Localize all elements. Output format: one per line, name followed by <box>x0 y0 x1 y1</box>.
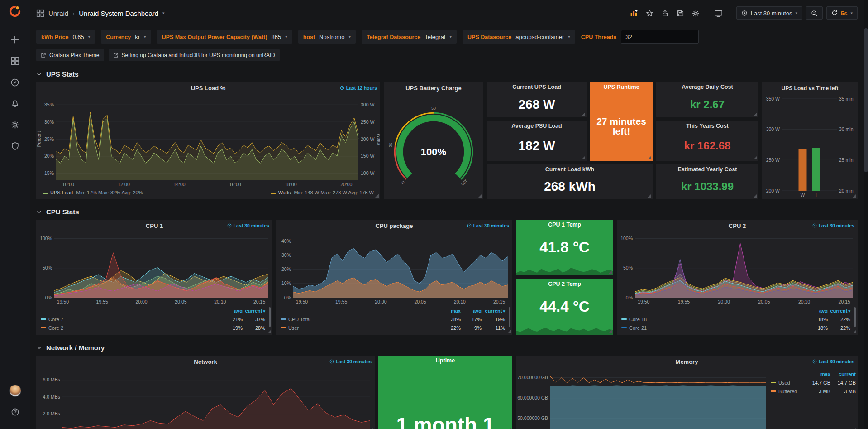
legend-col-max[interactable]: max <box>440 308 461 313</box>
help-icon[interactable] <box>5 401 24 423</box>
legend-swatch[interactable] <box>281 327 286 328</box>
dashboard-settings-button[interactable] <box>689 7 703 19</box>
variable-value[interactable]: apcupsd-container <box>515 34 564 40</box>
cpu-package-graph[interactable]: 40%30%20%10%0%19:5019:5520:0020:0520:102… <box>276 232 512 306</box>
legend-row[interactable]: Core 18 18% 22% <box>621 315 850 323</box>
panel-title[interactable]: CPU 1 Temp <box>548 222 581 228</box>
legend-row[interactable]: Core 21 18% 22% <box>621 323 850 332</box>
battery-gauge[interactable]: 02050100100% <box>384 94 483 199</box>
legend-series-name[interactable]: Buffered <box>771 389 805 394</box>
section-network-memory[interactable]: Network / Memory <box>36 339 858 356</box>
legend-swatch[interactable] <box>621 327 627 328</box>
chevron-down-icon[interactable]: ▾ <box>850 11 853 15</box>
legend-col-max[interactable]: max <box>805 371 830 377</box>
legend-series-name[interactable]: CPU Total <box>281 317 440 322</box>
variable-telegraf-datasource[interactable]: Telegraf Datasource Telegraf ▾ <box>362 30 457 44</box>
star-dashboard-button[interactable] <box>643 7 657 19</box>
legend-row[interactable]: Core 2 19% 28% <box>41 323 265 332</box>
legend-col-avg[interactable]: avg <box>805 308 828 313</box>
legend-col-current[interactable]: current▾ <box>482 308 505 313</box>
legend-swatch[interactable] <box>771 382 776 383</box>
configuration-gear-icon[interactable] <box>5 114 24 135</box>
section-ups-stats[interactable]: UPS Stats <box>36 66 858 82</box>
ups-load-graph[interactable]: 35%300 W30%250 W25%200 W20%150 W15%100 W… <box>36 94 380 188</box>
cpu1-graph[interactable]: 100%50%0%19:5019:5520:0020:0520:1020:15 <box>36 232 272 306</box>
legend-swatch[interactable] <box>41 327 46 328</box>
legend-series-name[interactable]: Used <box>771 380 805 386</box>
legend-scrollbar[interactable] <box>854 307 856 327</box>
ups-load-time-bars[interactable]: 350 W35 min300 W30 min250 W25 min200 W20… <box>762 94 858 199</box>
legend-series-name[interactable]: User <box>281 325 440 331</box>
cpu-threads-input[interactable] <box>621 30 699 44</box>
section-cpu-stats[interactable]: CPU Stats <box>36 203 858 220</box>
legend-row[interactable]: CPU Total 38% 17% 19% <box>281 315 505 323</box>
page-scrollbar-thumb[interactable] <box>864 28 868 172</box>
panel-title[interactable]: Estimated Yearly Cost <box>677 166 737 173</box>
legend-series-name[interactable]: UPS Load <box>50 190 73 195</box>
legend-row[interactable]: Buffered 3 MB 3 MB <box>771 387 856 395</box>
page-scrollbar[interactable] <box>864 0 868 429</box>
panel-title[interactable]: Network <box>194 358 217 365</box>
dashboards-icon[interactable] <box>5 50 24 72</box>
memory-graph[interactable]: 70.000000 GB60.000000 GB50.000000 GB <box>516 368 771 429</box>
panel-title[interactable]: UPS Load vs Time left <box>782 85 839 92</box>
variable-value[interactable]: 865 <box>271 34 281 40</box>
legend-series-name[interactable]: Core 21 <box>621 325 805 331</box>
variable-value[interactable]: Telegraf <box>424 34 445 40</box>
refresh-interval-label[interactable]: 5s <box>841 10 847 17</box>
create-icon[interactable] <box>5 29 24 50</box>
legend-scrollbar[interactable] <box>269 307 271 327</box>
panel-title[interactable]: CPU 2 <box>729 222 746 229</box>
legend-swatch[interactable] <box>271 193 276 194</box>
legend-scrollbar[interactable] <box>509 307 510 327</box>
legend-col-current[interactable]: current <box>830 371 856 377</box>
panel-title[interactable]: CPU 1 <box>146 222 163 229</box>
tv-mode-button[interactable] <box>711 7 726 20</box>
panel-title[interactable]: UPS Load % <box>191 85 226 92</box>
legend-col-current[interactable]: current▾ <box>828 308 850 313</box>
variable-currency[interactable]: Currency kr ▾ <box>101 30 151 44</box>
legend-swatch[interactable] <box>771 390 776 392</box>
breadcrumb-dashboard-title[interactable]: Unraid System Dashboard <box>79 10 158 17</box>
legend-col-current[interactable]: current▾ <box>243 308 265 313</box>
grafana-logo[interactable] <box>8 5 22 18</box>
legend-series-name[interactable]: Core 7 <box>41 317 220 322</box>
variable-host[interactable]: host Nostromo ▾ <box>298 30 356 44</box>
save-dashboard-button[interactable] <box>673 7 687 19</box>
legend-item[interactable]: UPS LoadMin: 17% Max: 32% Avg: 20% <box>43 190 143 195</box>
chevron-down-icon[interactable]: ▾ <box>162 11 165 15</box>
panel-title[interactable]: Uptime <box>436 357 455 364</box>
panel-title[interactable]: Average PSU Load <box>511 123 562 129</box>
network-graph[interactable]: 6.0 MBs4.0 MBs2.0 MBs <box>36 368 375 429</box>
legend-row[interactable]: Used 14.7 GB 14.7 GB <box>771 378 856 387</box>
panel-title[interactable]: Memory <box>676 358 698 365</box>
variable-kwh-price[interactable]: kWh Price 0.65 ▾ <box>36 30 95 44</box>
legend-swatch[interactable] <box>41 318 46 320</box>
panel-title[interactable]: Current Load kWh <box>545 166 594 173</box>
alerting-bell-icon[interactable] <box>5 93 24 114</box>
refresh-button[interactable]: 5s ▾ <box>826 6 858 20</box>
time-picker[interactable]: Last 30 minutes ▾ <box>736 6 802 20</box>
dashboard-link-plex-theme[interactable]: Grafana Plex Theme <box>36 49 104 61</box>
variable-value[interactable]: kr <box>135 34 140 40</box>
panel-title[interactable]: CPU 2 Temp <box>548 281 581 287</box>
legend-swatch[interactable] <box>621 318 627 320</box>
legend-swatch[interactable] <box>43 193 48 194</box>
variable-value[interactable]: Nostromo <box>319 34 344 40</box>
dashboard-link-ups-guide[interactable]: Setting up Grafana and InfluxDB for UPS … <box>109 49 280 61</box>
breadcrumb-folder[interactable]: Unraid <box>48 10 68 17</box>
legend-col-avg[interactable]: avg <box>461 308 482 313</box>
legend-series-name[interactable]: Core 18 <box>621 317 805 322</box>
legend-series-name[interactable]: Watts <box>278 190 291 195</box>
legend-row[interactable]: User 22% 9% 11% <box>281 323 505 332</box>
server-admin-shield-icon[interactable] <box>5 135 24 157</box>
panel-title[interactable]: UPS Runtime <box>603 84 639 90</box>
panel-title[interactable]: CPU package <box>375 222 413 229</box>
variable-ups-datasource[interactable]: UPS Datasource apcupsd-container ▾ <box>463 30 575 44</box>
legend-row[interactable]: Core 7 21% 37% <box>41 315 265 323</box>
variable-value[interactable]: 0.65 <box>72 34 84 40</box>
user-avatar[interactable] <box>9 385 21 397</box>
share-dashboard-button[interactable] <box>658 7 672 19</box>
variable-ups-max-output[interactable]: UPS Max Output Power Capacity (Watt) 865… <box>157 30 292 44</box>
explore-icon[interactable] <box>5 72 24 93</box>
